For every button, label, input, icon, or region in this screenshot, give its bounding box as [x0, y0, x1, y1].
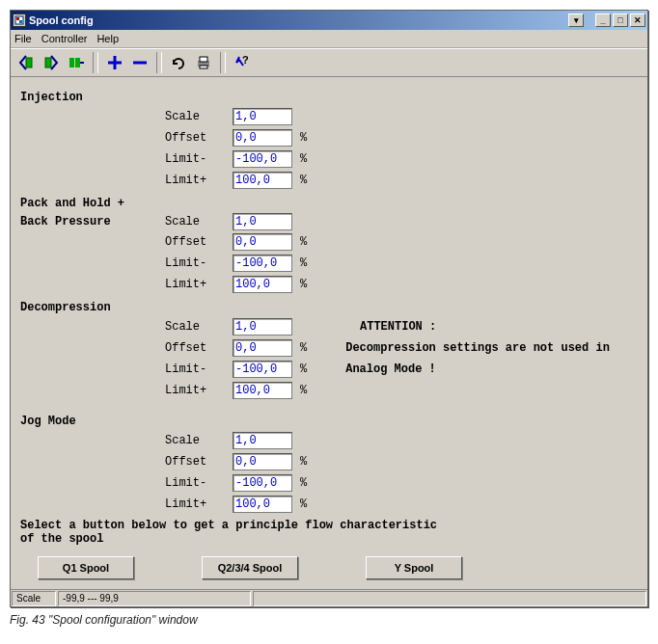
- attention-label: ATTENTION :: [360, 320, 436, 334]
- unit: %: [300, 235, 307, 249]
- print-icon[interactable]: [192, 51, 215, 74]
- menu-help[interactable]: Help: [96, 33, 119, 44]
- unit: %: [300, 131, 307, 145]
- unit: %: [300, 278, 307, 291]
- label-offset: Offset: [165, 341, 233, 355]
- label-limitplus: Limit+: [165, 384, 233, 397]
- svg-rect-1: [16, 17, 19, 20]
- section-packhold-title2: Back Pressure: [20, 215, 111, 228]
- packhold-limitplus-input[interactable]: [233, 276, 292, 293]
- injection-scale-input[interactable]: [233, 108, 292, 125]
- app-icon: [13, 13, 26, 27]
- unit: %: [300, 362, 307, 376]
- label-scale: Scale: [165, 434, 233, 447]
- unit: %: [300, 384, 307, 397]
- help-icon[interactable]: ?: [231, 51, 254, 74]
- decomp-limitminus-input[interactable]: [233, 361, 292, 378]
- menubar: File Controller Help: [11, 30, 647, 48]
- svg-rect-3: [26, 58, 32, 67]
- unit: %: [300, 152, 307, 166]
- close-button[interactable]: ✕: [630, 13, 645, 27]
- label-scale: Scale: [165, 110, 233, 123]
- minimize-button[interactable]: _: [595, 13, 611, 27]
- unit: %: [300, 476, 307, 490]
- spool-config-window: Spool config ▾ _ □ ✕ File Controller Hel…: [10, 10, 648, 607]
- window-title: Spool config: [29, 14, 94, 26]
- unit: %: [300, 256, 307, 270]
- dropdown-button[interactable]: ▾: [568, 13, 584, 27]
- label-limitminus: Limit-: [165, 476, 233, 490]
- packhold-scale-input[interactable]: [233, 213, 292, 230]
- svg-text:?: ?: [242, 54, 249, 66]
- attention-text2: Analog Mode !: [345, 362, 436, 376]
- toolbar: ?: [11, 48, 647, 77]
- statusbar: Scale -99,9 --- 99,9: [11, 589, 647, 606]
- jog-limitplus-input[interactable]: [233, 496, 292, 513]
- unit: %: [300, 341, 307, 355]
- label-offset: Offset: [165, 455, 233, 469]
- section-decomp-title: Decompression: [20, 301, 638, 314]
- injection-limitminus-input[interactable]: [233, 150, 292, 168]
- svg-rect-9: [200, 66, 207, 68]
- packhold-offset-input[interactable]: [233, 233, 292, 251]
- section-injection-title: Injection: [20, 91, 638, 104]
- titlebar: Spool config ▾ _ □ ✕: [11, 11, 647, 30]
- injection-offset-input[interactable]: [233, 129, 292, 147]
- nav-first-icon[interactable]: [14, 51, 38, 74]
- status-label: Scale: [12, 591, 56, 606]
- q234-spool-button[interactable]: Q2/3/4 Spool: [202, 556, 298, 579]
- packhold-limitminus-input[interactable]: [233, 255, 292, 272]
- status-range: -99,9 --- 99,9: [58, 591, 251, 606]
- injection-limitplus-input[interactable]: [233, 172, 292, 189]
- decomp-scale-input[interactable]: [233, 318, 292, 335]
- y-spool-button[interactable]: Y Spool: [366, 556, 462, 579]
- svg-rect-4: [45, 58, 51, 67]
- jog-scale-input[interactable]: [233, 432, 292, 449]
- svg-rect-8: [200, 57, 207, 62]
- status-empty: [253, 591, 646, 606]
- nav-next-icon[interactable]: [65, 51, 88, 74]
- label-limitplus: Limit+: [165, 497, 233, 511]
- label-limitminus: Limit-: [165, 362, 233, 376]
- label-offset: Offset: [165, 235, 233, 249]
- section-jog-title: Jog Mode: [20, 415, 638, 428]
- instruction-text: Select a button below to get a principle…: [20, 519, 638, 547]
- content-area: Injection Scale Offset% Limit-% Limit+% …: [11, 77, 647, 589]
- label-limitplus: Limit+: [165, 278, 233, 291]
- jog-offset-input[interactable]: [233, 453, 292, 470]
- attention-text1: Decompression settings are not used in: [345, 341, 610, 355]
- label-scale: Scale: [165, 215, 233, 228]
- section-packhold-title1: Pack and Hold +: [20, 197, 638, 210]
- svg-rect-2: [19, 20, 22, 23]
- undo-icon[interactable]: [167, 51, 190, 74]
- label-limitplus: Limit+: [165, 174, 233, 187]
- unit: %: [300, 174, 307, 187]
- q1-spool-button[interactable]: Q1 Spool: [38, 556, 134, 579]
- unit: %: [300, 455, 307, 469]
- maximize-button[interactable]: □: [613, 13, 628, 27]
- label-limitminus: Limit-: [165, 256, 233, 270]
- minus-icon[interactable]: [128, 51, 151, 74]
- plus-icon[interactable]: [103, 51, 126, 74]
- jog-limitminus-input[interactable]: [233, 474, 292, 492]
- label-scale: Scale: [165, 320, 233, 334]
- menu-controller[interactable]: Controller: [41, 33, 88, 44]
- label-offset: Offset: [165, 131, 233, 145]
- decomp-offset-input[interactable]: [233, 339, 292, 357]
- svg-rect-6: [75, 58, 80, 67]
- nav-prev-icon[interactable]: [40, 51, 63, 74]
- label-limitminus: Limit-: [165, 152, 233, 166]
- menu-file[interactable]: File: [14, 33, 32, 44]
- figure-caption: Fig. 43 "Spool configuration" window: [10, 613, 648, 627]
- decomp-limitplus-input[interactable]: [233, 382, 292, 399]
- svg-rect-5: [69, 58, 74, 67]
- unit: %: [300, 497, 307, 511]
